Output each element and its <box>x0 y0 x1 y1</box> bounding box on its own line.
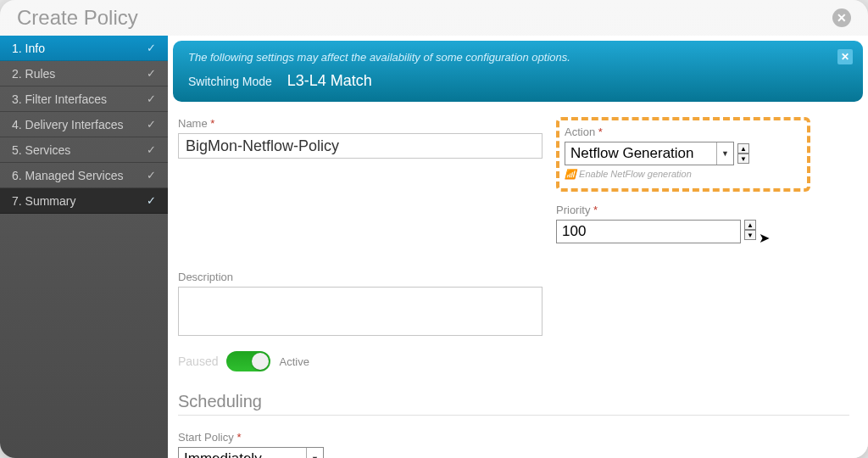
name-label: Name * <box>178 117 542 130</box>
sidebar-item-filter-interfaces[interactable]: 3. Filter Interfaces ✓ <box>0 87 168 112</box>
modal-header: Create Policy ✕ <box>0 0 868 36</box>
check-icon: ✓ <box>147 169 156 182</box>
sidebar-item-rules[interactable]: 2. Rules ✓ <box>0 61 168 87</box>
sidebar-item-label: 6. Managed Services <box>12 169 124 182</box>
active-toggle[interactable] <box>226 351 270 371</box>
action-helper-text: 📶 Enable NetFlow generation <box>565 169 798 180</box>
description-input[interactable] <box>178 287 542 336</box>
check-icon: ✓ <box>147 92 156 105</box>
chevron-down-icon[interactable]: ▼ <box>306 448 323 458</box>
check-icon: ✓ <box>147 143 156 156</box>
action-step-up[interactable]: ▲ <box>737 143 749 154</box>
action-highlight: Action * ▼ ▲ ▼ 📶 Enable NetFlow gene <box>556 117 810 192</box>
banner-close-icon[interactable]: ✕ <box>837 49 853 64</box>
sidebar-item-label: 1. Info <box>12 42 45 55</box>
priority-step-down[interactable]: ▼ <box>744 230 756 240</box>
name-input[interactable] <box>178 133 542 159</box>
info-banner: The following settings may affect the av… <box>173 41 863 102</box>
chevron-down-icon[interactable]: ▼ <box>716 142 733 165</box>
sidebar-item-label: 5. Services <box>12 143 70 157</box>
sidebar-item-label: 7. Summary <box>12 194 75 208</box>
toggle-knob <box>252 353 269 370</box>
check-icon: ✓ <box>147 42 156 54</box>
sidebar-item-label: 4. Delivery Interfaces <box>12 118 124 131</box>
sidebar-item-services[interactable]: 5. Services ✓ <box>0 137 168 163</box>
priority-label: Priority * <box>556 204 849 216</box>
check-icon: ✓ <box>147 194 156 207</box>
switching-mode-label: Switching Mode <box>188 75 272 88</box>
paused-label: Paused <box>178 355 218 368</box>
action-value[interactable] <box>565 142 716 165</box>
action-label: Action * <box>565 126 798 138</box>
start-policy-value[interactable] <box>179 448 306 458</box>
modal-title: Create Policy <box>17 6 138 30</box>
start-policy-label: Start Policy * <box>178 431 542 444</box>
priority-input[interactable] <box>556 220 741 243</box>
active-label: Active <box>279 355 309 368</box>
sidebar-item-delivery-interfaces[interactable]: 4. Delivery Interfaces ✓ <box>0 112 168 137</box>
action-select[interactable]: ▼ <box>565 142 734 165</box>
priority-step-up[interactable]: ▲ <box>744 220 756 230</box>
check-icon: ✓ <box>147 67 156 80</box>
form-panel: The following settings may affect the av… <box>168 36 868 458</box>
sidebar-item-summary[interactable]: 7. Summary ✓ <box>0 188 168 214</box>
sidebar-item-label: 3. Filter Interfaces <box>12 92 107 106</box>
switching-mode-value: L3-L4 Match <box>287 72 372 90</box>
action-step-down[interactable]: ▼ <box>737 154 749 164</box>
create-policy-modal: Create Policy ✕ 1. Info ✓ 2. Rules ✓ 3. … <box>0 0 868 458</box>
check-icon: ✓ <box>147 118 156 131</box>
sidebar-item-info[interactable]: 1. Info ✓ <box>0 36 168 61</box>
description-label: Description <box>178 271 542 283</box>
wizard-steps-sidebar: 1. Info ✓ 2. Rules ✓ 3. Filter Interface… <box>0 36 168 458</box>
sidebar-item-label: 2. Rules <box>12 67 55 81</box>
sidebar-item-managed-services[interactable]: 6. Managed Services ✓ <box>0 163 168 188</box>
close-icon[interactable]: ✕ <box>832 8 851 27</box>
start-policy-select[interactable]: ▼ <box>178 447 324 458</box>
scheduling-section-title: Scheduling <box>178 392 849 416</box>
banner-note: The following settings may affect the av… <box>188 51 848 64</box>
